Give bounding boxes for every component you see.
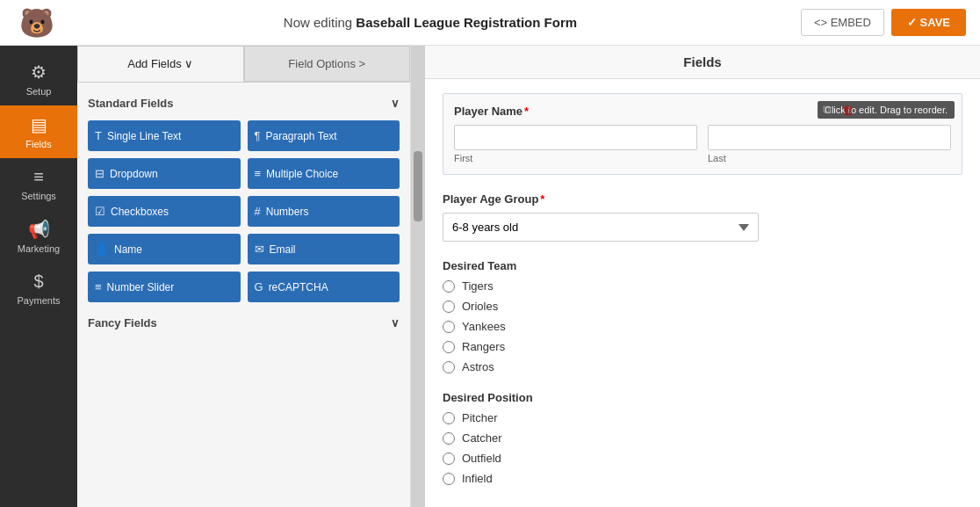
required-star: * <box>524 105 529 118</box>
position-option-outfield[interactable]: Outfield <box>443 452 962 465</box>
first-name-group: First <box>454 125 697 163</box>
settings-icon: ≡ <box>33 167 44 187</box>
main-layout: ⚙ Setup ▤ Fields ≡ Settings 📢 Marketing … <box>0 46 980 507</box>
embed-button[interactable]: <> EMBED <box>801 9 884 36</box>
position-radio-group: Pitcher Catcher Outfield Infield <box>443 411 962 485</box>
tab-field-options[interactable]: Field Options > <box>244 46 411 82</box>
recaptcha-icon: G <box>255 280 263 293</box>
text-icon: T <box>95 129 102 142</box>
fields-panel: Add Fields ∨ Field Options > Standard Fi… <box>77 46 411 507</box>
marketing-icon: 📢 <box>28 219 50 240</box>
fields-scroll[interactable]: Standard Fields ∨ T Single Line Text ¶ P… <box>77 83 410 507</box>
desired-team-field: Desired Team Tigers Orioles Yankees Rang… <box>443 259 962 373</box>
last-name-input[interactable] <box>708 125 951 150</box>
team-option-tigers[interactable]: Tigers <box>443 279 962 293</box>
player-name-field[interactable]: Player Name * First Last Click to edit. … <box>443 93 962 175</box>
position-option-catcher[interactable]: Catcher <box>443 431 962 445</box>
scroll-bar[interactable] <box>411 46 425 507</box>
field-buttons-grid: T Single Line Text ¶ Paragraph Text ⊟ Dr… <box>88 120 400 302</box>
top-bar: 🐻 Now editing Baseball League Registrati… <box>0 0 980 46</box>
desired-position-field: Desired Position Pitcher Catcher Outfiel… <box>443 391 962 485</box>
dropdown-button[interactable]: ⊟ Dropdown <box>88 158 241 189</box>
last-label: Last <box>708 153 951 163</box>
team-option-yankees[interactable]: Yankees <box>443 320 962 333</box>
top-bar-actions: <> EMBED ✓ SAVE <box>801 9 966 36</box>
payments-icon: $ <box>33 272 43 292</box>
recaptcha-button[interactable]: G reCAPTCHA <box>248 272 400 302</box>
team-radio-group: Tigers Orioles Yankees Rangers Astros <box>443 279 962 373</box>
save-button[interactable]: ✓ SAVE <box>891 9 966 36</box>
slider-icon: ≡ <box>95 280 102 293</box>
first-name-input[interactable] <box>454 125 697 150</box>
fields-tabs: Add Fields ∨ Field Options > <box>77 46 410 83</box>
number-slider-button[interactable]: ≡ Number Slider <box>88 272 241 302</box>
page-title: Now editing Baseball League Registration… <box>60 15 801 30</box>
chevron-down-icon: ∨ <box>391 97 400 110</box>
copy-icon[interactable]: ⧉ <box>818 101 835 119</box>
fancy-fields-header: Fancy Fields ∨ <box>88 316 400 330</box>
multiple-choice-icon: ≡ <box>255 167 262 180</box>
multiple-choice-button[interactable]: ≡ Multiple Choice <box>248 158 400 189</box>
position-option-pitcher[interactable]: Pitcher <box>443 411 962 424</box>
team-option-rangers[interactable]: Rangers <box>443 340 962 353</box>
paragraph-text-button[interactable]: ¶ Paragraph Text <box>248 120 400 151</box>
age-group-label: Player Age Group * <box>443 192 962 206</box>
scroll-thumb[interactable] <box>414 151 422 221</box>
form-preview-body: Player Name * First Last Click to edit. … <box>425 79 980 507</box>
email-icon: ✉ <box>255 243 264 256</box>
sidebar-item-payments[interactable]: $ Payments <box>0 263 77 315</box>
sidebar-item-marketing[interactable]: 📢 Marketing <box>0 210 77 263</box>
player-age-group-field[interactable]: Player Age Group * 6-8 years old 9-10 ye… <box>443 192 962 242</box>
standard-fields-header: Standard Fields ∨ <box>88 97 400 110</box>
field-action-icons: ⧉ 🗑 <box>818 101 856 119</box>
logo: 🐻 <box>14 4 60 42</box>
last-name-group: Last <box>708 125 951 163</box>
left-sidebar: ⚙ Setup ▤ Fields ≡ Settings 📢 Marketing … <box>0 46 77 507</box>
tab-add-fields[interactable]: Add Fields ∨ <box>77 46 244 82</box>
fields-icon: ▤ <box>31 114 47 135</box>
delete-icon[interactable]: 🗑 <box>839 101 856 119</box>
paragraph-icon: ¶ <box>255 129 261 142</box>
age-group-select[interactable]: 6-8 years old 9-10 years old 11-12 years… <box>443 213 759 242</box>
name-button[interactable]: 👤 Name <box>88 234 241 264</box>
form-preview: Fields Player Name * First Last <box>425 46 980 507</box>
single-line-text-button[interactable]: T Single Line Text <box>88 120 241 151</box>
desired-team-label: Desired Team <box>443 259 962 272</box>
email-button[interactable]: ✉ Email <box>248 234 400 264</box>
sidebar-item-setup[interactable]: ⚙ Setup <box>0 53 77 105</box>
team-option-astros[interactable]: Astros <box>443 360 962 373</box>
numbers-button[interactable]: # Numbers <box>248 196 400 227</box>
position-option-infield[interactable]: Infield <box>443 472 962 485</box>
first-label: First <box>454 153 697 163</box>
form-preview-header: Fields <box>425 46 980 79</box>
sidebar-item-fields[interactable]: ▤ Fields <box>0 105 77 158</box>
checkboxes-button[interactable]: ☑ Checkboxes <box>88 196 241 227</box>
name-icon: 👤 <box>95 243 109 256</box>
gear-icon: ⚙ <box>31 62 47 83</box>
bear-logo-icon: 🐻 <box>19 6 54 40</box>
desired-position-label: Desired Position <box>443 391 962 404</box>
checkboxes-icon: ☑ <box>95 205 105 218</box>
name-inputs: First Last <box>454 125 951 163</box>
sidebar-item-settings[interactable]: ≡ Settings <box>0 158 77 210</box>
age-required-star: * <box>540 192 544 206</box>
chevron-down-icon-fancy: ∨ <box>391 316 400 330</box>
team-option-orioles[interactable]: Orioles <box>443 300 962 313</box>
numbers-icon: # <box>255 205 261 218</box>
dropdown-icon: ⊟ <box>95 167 104 180</box>
